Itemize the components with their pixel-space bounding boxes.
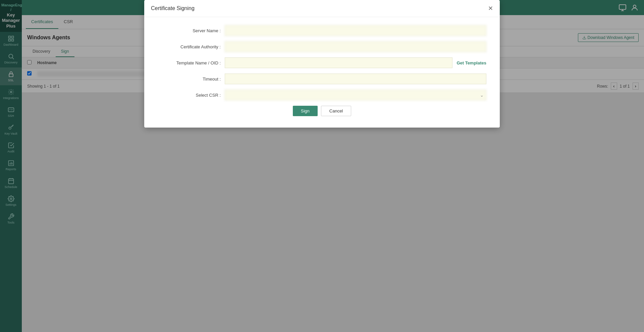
timeout-input[interactable]: 70 [225,74,486,84]
select-csr-label: Select CSR : [158,93,225,98]
template-name-row: Template Name / OID : Get Templates [158,57,486,68]
sign-button[interactable]: Sign [293,106,318,116]
cancel-button[interactable]: Cancel [321,106,351,116]
dialog-footer: Sign Cancel [158,106,486,117]
template-name-label: Template Name / OID : [158,60,225,65]
select-csr-row: Select CSR : select csr ⌄ [158,90,486,100]
dialog-title: Certificate Signing [151,5,195,11]
server-name-row: Server Name : [158,25,486,36]
select-csr-wrap: select csr ⌄ [225,90,486,100]
dialog-header: Certificate Signing ✕ [144,0,500,17]
certificate-authority-label: Certificate Authority : [158,44,225,49]
get-templates-link[interactable]: Get Templates [457,60,486,65]
template-name-input[interactable] [225,57,452,68]
timeout-label: Timeout : [158,77,225,82]
certificate-authority-row: Certificate Authority : [158,41,486,52]
server-name-label: Server Name : [158,28,225,33]
modal-overlay: Certificate Signing ✕ Server Name : Cert… [0,0,644,332]
server-name-input[interactable] [225,25,486,36]
certificate-authority-input[interactable] [225,41,486,52]
dialog-close-button[interactable]: ✕ [488,5,493,11]
dialog-body: Server Name : Certificate Authority : Te… [144,17,500,128]
timeout-row: Timeout : 70 [158,74,486,84]
template-input-group: Get Templates [225,57,486,68]
select-csr-dropdown[interactable]: select csr [225,90,486,100]
certificate-signing-dialog: Certificate Signing ✕ Server Name : Cert… [144,0,500,128]
